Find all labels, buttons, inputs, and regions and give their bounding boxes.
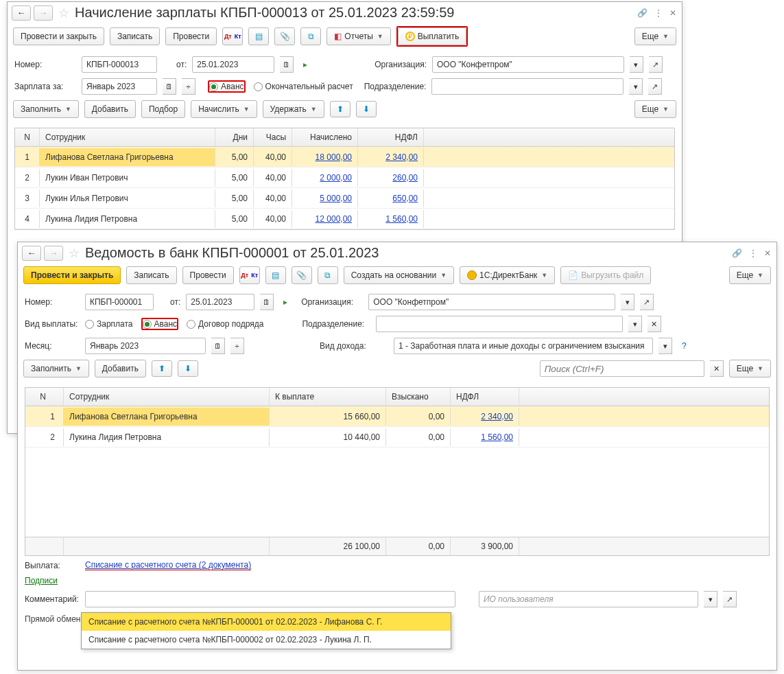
create-from-button[interactable]: Создать на основании▼ xyxy=(344,266,454,284)
post-button[interactable]: Провести xyxy=(165,27,217,45)
more-button[interactable]: Еще▼ xyxy=(634,27,676,45)
reports-button[interactable]: ◧ Отчеты▼ xyxy=(326,27,390,45)
table-row[interactable]: 1Лифанова Светлана Григорьевна15 660,000… xyxy=(25,406,769,427)
close-icon[interactable]: ✕ xyxy=(669,8,676,18)
dept-input[interactable] xyxy=(431,78,623,95)
radio-advance[interactable]: Аванс xyxy=(209,82,244,91)
table-row[interactable]: 4Лукина Лидия Петровна5,0040,0012 000,00… xyxy=(15,209,674,229)
calendar-icon[interactable]: 🗓 xyxy=(163,78,176,95)
nav-back[interactable]: ← xyxy=(22,246,41,261)
move-up-button[interactable]: ⬆ xyxy=(330,101,351,117)
spinner-icon[interactable]: ÷ xyxy=(182,78,195,95)
fill-button[interactable]: Заполнить▼ xyxy=(23,360,89,377)
table-row[interactable]: 2Лукин Иван Петрович5,0040,002 000,00260… xyxy=(15,167,674,188)
calendar-icon[interactable]: 🗓 xyxy=(280,56,294,73)
signs-link[interactable]: Подписи xyxy=(25,576,58,585)
help-icon[interactable]: ? xyxy=(682,341,687,351)
write-button[interactable]: Записать xyxy=(126,266,176,284)
kebab-icon[interactable]: ⋮ xyxy=(654,8,663,18)
clip-icon[interactable]: 📎 xyxy=(292,266,312,284)
nav-back[interactable]: ← xyxy=(12,5,31,21)
nav-forward[interactable]: → xyxy=(34,5,53,21)
kebab-icon[interactable]: ⋮ xyxy=(749,248,757,258)
more-button[interactable]: Еще▼ xyxy=(729,360,771,377)
dropdown-icon[interactable]: ▾ xyxy=(704,591,717,607)
hold-button[interactable]: Удержать▼ xyxy=(263,100,324,118)
accrue-button[interactable]: Начислить▼ xyxy=(191,100,257,118)
write-button[interactable]: Записать xyxy=(110,27,160,45)
close-icon[interactable]: ✕ xyxy=(764,248,771,258)
nav-forward[interactable]: → xyxy=(44,246,63,261)
payout-link[interactable]: Списание с расчетного счета (2 документа… xyxy=(85,560,251,570)
dropdown-icon[interactable]: ▾ xyxy=(630,56,643,73)
table-row[interactable]: 2Лукина Лидия Петровна10 440,000,001 560… xyxy=(25,427,769,448)
col-ndfl[interactable]: НДФЛ xyxy=(358,128,424,146)
doc-icon[interactable]: ▤ xyxy=(265,266,286,284)
org-input[interactable]: ООО "Конфетпром" xyxy=(432,56,624,73)
open-icon[interactable]: ↗ xyxy=(648,78,662,95)
popup-item[interactable]: Списание с расчетного счета №КПБП-000001… xyxy=(82,613,451,631)
col-days[interactable]: Дни xyxy=(215,128,254,146)
col-collected[interactable]: Взыскано xyxy=(386,388,451,406)
dept-input[interactable] xyxy=(376,316,623,332)
post-close-button[interactable]: Провести и закрыть xyxy=(23,266,121,284)
upload-button[interactable]: 📄 Выгрузить файл xyxy=(560,266,651,284)
post-close-button[interactable]: Провести и закрыть xyxy=(13,27,104,45)
col-employee[interactable]: Сотрудник xyxy=(64,388,270,406)
add-button[interactable]: Добавить xyxy=(95,360,146,377)
col-n[interactable]: N xyxy=(15,128,40,146)
open-icon[interactable]: ↗ xyxy=(649,56,663,73)
move-down-button[interactable]: ⬇ xyxy=(356,101,377,117)
comment-input[interactable] xyxy=(85,591,455,607)
radio-final[interactable]: Окончательный расчет xyxy=(254,82,353,91)
calendar-icon[interactable]: 🗓 xyxy=(211,338,225,354)
number-input[interactable]: КПБП-000001 xyxy=(85,294,154,310)
dropdown-icon[interactable]: ▾ xyxy=(629,78,643,95)
table-row[interactable]: 3Лукин Илья Петрович5,0040,005 000,00650… xyxy=(15,188,674,209)
spinner-icon[interactable]: ÷ xyxy=(230,338,244,354)
dtkt-icon[interactable]: ДтКт xyxy=(239,266,260,284)
radio-contract[interactable]: Договор подряда xyxy=(187,319,263,329)
clip-icon[interactable]: 📎 xyxy=(274,27,295,45)
search-input[interactable] xyxy=(540,360,704,377)
radio-salary[interactable]: Зарплата xyxy=(85,319,133,329)
struct-icon[interactable]: ⧉ xyxy=(300,27,321,45)
col-employee[interactable]: Сотрудник xyxy=(40,128,215,146)
star-icon[interactable]: ☆ xyxy=(58,5,69,21)
pay-button[interactable]: ₽ Выплатить xyxy=(398,27,467,45)
open-icon[interactable]: ↗ xyxy=(723,591,737,607)
fill-button[interactable]: Заполнить▼ xyxy=(13,100,79,118)
open-icon[interactable]: ↗ xyxy=(640,294,654,310)
table-row[interactable]: 1Лифанова Светлана Григорьевна5,0040,001… xyxy=(15,147,674,167)
radio-advance[interactable]: Аванс xyxy=(143,319,178,329)
search-clear-icon[interactable]: ✕ xyxy=(710,360,724,377)
move-down-button[interactable]: ⬇ xyxy=(178,360,198,377)
dtkt-icon[interactable]: ДтКт xyxy=(222,27,243,45)
clear-icon[interactable]: ✕ xyxy=(648,316,661,332)
user-input[interactable]: ИО пользователя xyxy=(479,591,698,607)
dropdown-icon[interactable]: ▾ xyxy=(658,338,672,354)
date-input[interactable]: 25.01.2023 xyxy=(186,294,254,310)
link-icon[interactable]: 🔗 xyxy=(637,8,648,18)
number-input[interactable]: КПБП-000013 xyxy=(82,56,157,73)
col-hours[interactable]: Часы xyxy=(254,128,292,146)
col-pay[interactable]: К выплате xyxy=(270,388,386,406)
struct-icon[interactable]: ⧉ xyxy=(318,266,338,284)
link-icon[interactable]: 🔗 xyxy=(732,248,742,258)
popup-item[interactable]: Списание с расчетного счета №КПБП-000002… xyxy=(82,631,451,649)
date-input[interactable]: 25.01.2023 xyxy=(192,56,274,73)
pick-button[interactable]: Подбор xyxy=(141,100,185,118)
add-button[interactable]: Добавить xyxy=(84,100,136,118)
doc-icon[interactable]: ▤ xyxy=(248,27,269,45)
calendar-icon[interactable]: 🗓 xyxy=(260,294,274,310)
col-accrued[interactable]: Начислено xyxy=(292,128,358,146)
move-up-button[interactable]: ⬆ xyxy=(152,360,172,377)
post-button[interactable]: Провести xyxy=(182,266,234,284)
dropdown-icon[interactable]: ▾ xyxy=(628,316,642,332)
org-input[interactable]: ООО "Конфетпром" xyxy=(368,294,615,310)
star-icon[interactable]: ☆ xyxy=(69,246,80,261)
col-ndfl[interactable]: НДФЛ xyxy=(451,388,519,406)
income-input[interactable]: 1 - Заработная плата и иные доходы с огр… xyxy=(394,338,653,354)
directbank-button[interactable]: 1С:ДиректБанк▼ xyxy=(460,266,555,284)
more-button[interactable]: Еще▼ xyxy=(634,100,676,118)
